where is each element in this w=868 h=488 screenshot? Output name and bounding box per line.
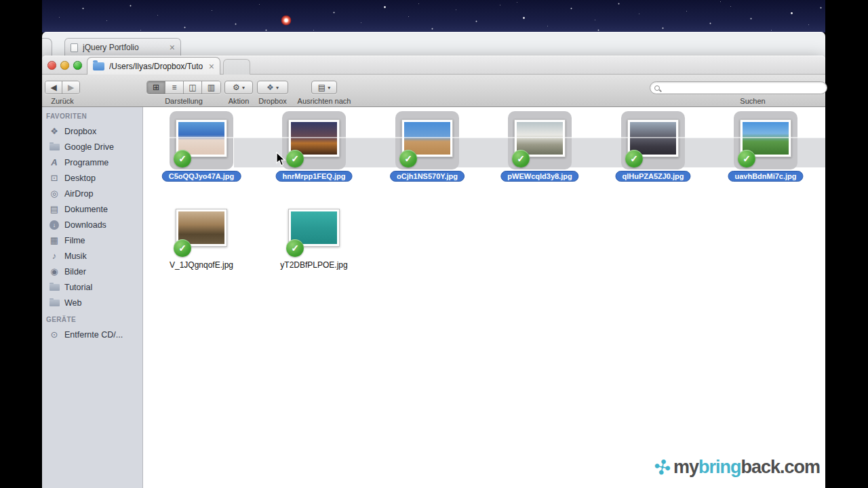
search-icon [654,85,660,91]
disc-icon: ⊙ [49,330,60,339]
pinwheel-icon: ✣ [652,455,673,479]
favorites-header: FAVORITEN [46,113,87,120]
movies-icon: ▦ [49,236,60,245]
sidebar-item-downloads[interactable]: ↓ Downloads [42,217,142,232]
action-button[interactable]: ⚙ ▾ [224,81,253,94]
sidebar-item-tutorial[interactable]: Tutorial [42,279,142,295]
chevron-down-icon: ▾ [276,85,279,91]
finder-tab-title: /Users/Ilyas/Dropbox/Tuto [109,62,204,71]
sidebar-item-dropbox[interactable]: ❖ Dropbox [42,123,142,139]
check-icon: ✓ [291,153,299,164]
zoom-window-button[interactable] [73,61,82,70]
stars [42,0,43,1]
file-item[interactable]: ✓ hnrMrpp1FEQ.jpg [282,111,346,187]
close-window-button[interactable] [47,61,56,70]
desktop-wallpaper [42,0,825,33]
sidebar-item-dokumente[interactable]: ▤ Dokumente [42,201,142,217]
search-label: Suchen [712,97,793,105]
action-label: Aktion [221,97,256,105]
chevron-down-icon: ▾ [328,85,330,91]
check-icon: ✓ [630,153,638,164]
red-star [280,14,292,26]
sidebar-item-web[interactable]: Web [42,295,142,310]
chevron-down-icon: ▾ [242,85,245,91]
file-name-label: uavhBdnMi7c.jpg [728,171,803,182]
window-controls [47,61,82,70]
check-icon: ✓ [178,153,186,164]
back-button[interactable]: ◀ [45,81,62,94]
minimize-window-button[interactable] [60,61,69,70]
finder-tab-close-icon[interactable]: × [209,62,214,71]
check-icon: ✓ [291,243,299,253]
file-name-label: C5oQQJyo47A.jpg [162,171,241,182]
file-item[interactable]: ✓ qlHuPZA5ZJ0.jpg [621,111,685,187]
desktop-icon: ⊡ [49,174,60,182]
dropbox-icon: ❖ [49,127,60,136]
arrange-label: Ausrichten nach [279,97,369,105]
sidebar-item-entfernte-cd[interactable]: ⊙ Entfernte CD/... [42,327,142,342]
navigation-buttons: ◀ ▶ [45,81,80,94]
file-item[interactable]: ✓ pWEWcqld3y8.jpg [508,111,572,187]
icon-view-button[interactable]: ⊞ [147,81,165,94]
browser-tab-close-icon[interactable]: × [170,43,175,52]
gear-icon: ⚙ [233,83,240,92]
finder-tab[interactable]: /Users/Ilyas/Dropbox/Tuto × [87,57,220,75]
arrange-icon: ▤ [318,83,326,92]
sidebar-item-musik[interactable]: ♪ Musik [42,248,142,264]
arrange-button[interactable]: ▤ ▾ [311,81,337,94]
dropbox-synced-badge: ✓ [286,150,304,167]
coverflow-view-button[interactable]: ▥ [202,81,220,94]
sidebar: FAVORITEN ❖ Dropbox Google Drive A Progr… [42,107,143,488]
search-field[interactable] [650,81,827,94]
check-icon: ✓ [178,243,186,253]
screen: jQuery Portfolio × /Users/Ilyas/Dropbox/… [0,0,868,488]
applications-icon: A [49,158,60,167]
dropbox-synced-badge: ✓ [174,239,191,257]
file-item[interactable]: ✓ C5oQQJyo47A.jpg [170,111,233,187]
finder-toolbar: ◀ ▶ Zurück ⊞ ≡ ◫ ▥ Darstellung ⚙ ▾ Aktio… [42,75,825,107]
airdrop-icon: ◎ [49,189,60,198]
dropbox-synced-badge: ✓ [512,150,530,167]
browser-tab[interactable]: jQuery Portfolio × [64,38,181,56]
check-icon: ✓ [743,153,751,164]
search-input[interactable] [663,83,823,94]
music-icon: ♪ [49,251,60,260]
page-icon [71,43,78,52]
watermark: ✣ mybringback.com [654,457,820,478]
sidebar-item-desktop[interactable]: ⊡ Desktop [42,170,142,186]
file-browser-area[interactable]: ✓ C5oQQJyo47A.jpg ✓ hnrMrpp1FEQ.jpg ✓ oC… [143,107,825,488]
dropbox-synced-badge: ✓ [738,150,755,167]
file-name-label: pWEWcqld3y8.jpg [500,171,578,182]
check-icon: ✓ [404,153,412,164]
file-item[interactable]: ✓ oCjh1NS570Y.jpg [395,111,459,187]
documents-icon: ▤ [49,205,60,214]
sidebar-item-filme[interactable]: ▦ Filme [42,232,142,248]
browser-tab-stub[interactable] [42,38,52,56]
sidebar-item-programme[interactable]: A Programme [42,155,142,170]
file-item[interactable]: ✓ uavhBdnMi7c.jpg [734,111,797,187]
finder-tab-bar: /Users/Ilyas/Dropbox/Tuto × [42,56,825,75]
forward-button[interactable]: ▶ [62,81,79,94]
pictures-icon: ◉ [49,267,60,276]
view-label: Darstellung [146,97,221,105]
sidebar-item-google-drive[interactable]: Google Drive [42,139,142,155]
finder-body: FAVORITEN ❖ Dropbox Google Drive A Progr… [42,107,825,488]
browser-tab-title: jQuery Portfolio [83,43,165,52]
file-name-label: oCjh1NS570Y.jpg [390,171,465,182]
new-tab-button[interactable] [223,59,250,75]
devices-header: GERÄTE [46,316,76,323]
file-name-label: V_1JQgnqofE.jpg [170,260,233,270]
dropbox-synced-badge: ✓ [399,150,417,167]
file-name-label: hnrMrpp1FEQ.jpg [276,171,353,182]
sidebar-item-airdrop[interactable]: ◎ AirDrop [42,186,142,201]
folder-icon [50,144,60,150]
artifact-line [143,137,825,138]
sidebar-item-bilder[interactable]: ◉ Bilder [42,264,142,279]
mouse-cursor [276,152,287,167]
folder-icon [50,300,60,306]
file-item[interactable]: ✓ yT2DBfPLPOE.jpg [282,201,346,277]
file-item[interactable]: ✓ V_1JQgnqofE.jpg [170,201,233,277]
list-view-button[interactable]: ≡ [165,81,184,94]
dropbox-button[interactable]: ❖ ▾ [257,81,288,94]
column-view-button[interactable]: ◫ [184,81,202,94]
